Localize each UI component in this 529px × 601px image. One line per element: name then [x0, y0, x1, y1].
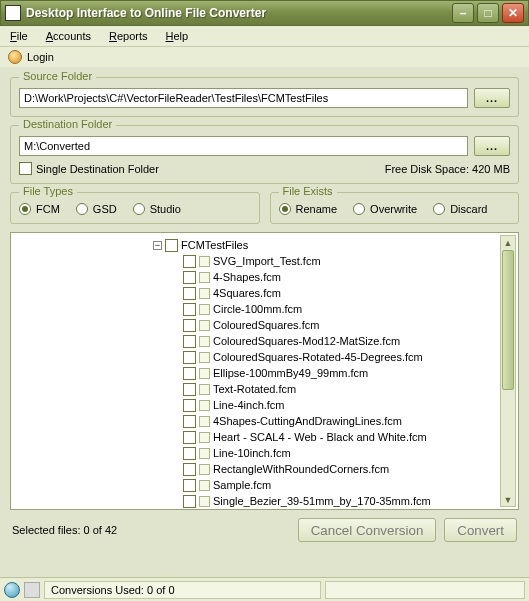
tree-checkbox[interactable] [165, 239, 178, 252]
tree-item[interactable]: Ellipse-100mmBy49_99mm.fcm [11, 365, 518, 381]
source-folder-input[interactable] [19, 88, 468, 108]
login-link[interactable]: Login [27, 51, 54, 63]
tree-root[interactable]: −FCMTestFiles [11, 237, 518, 253]
tree-item-label: 4Shapes-CuttingAndDrawingLines.fcm [213, 415, 402, 427]
destination-folder-title: Destination Folder [19, 118, 116, 130]
tree-checkbox[interactable] [183, 271, 196, 284]
file-icon [199, 432, 210, 443]
filetype-gsd[interactable]: GSD [76, 203, 117, 215]
tree-item-label: ColouredSquares-Rotated-45-Degrees.fcm [213, 351, 423, 363]
tree-checkbox[interactable] [183, 447, 196, 460]
filetype-studio[interactable]: Studio [133, 203, 181, 215]
tree-item[interactable]: 4-Shapes.fcm [11, 269, 518, 285]
tree-item[interactable]: Line-4inch.fcm [11, 397, 518, 413]
tree-item[interactable]: Text-Rotated.fcm [11, 381, 518, 397]
source-folder-title: Source Folder [19, 70, 96, 82]
tree-item[interactable]: Heart - SCAL4 - Web - Black and White.fc… [11, 429, 518, 445]
file-tree: −FCMTestFilesSVG_Import_Test.fcm4-Shapes… [10, 232, 519, 510]
minimize-button[interactable]: – [452, 3, 474, 23]
radio-icon [133, 203, 145, 215]
tree-item-label: RectangleWithRoundedCorners.fcm [213, 463, 389, 475]
conversions-used-label: Conversions Used: 0 of 0 [44, 581, 321, 599]
tree-item[interactable]: Circle-100mm.fcm [11, 301, 518, 317]
radio-icon [19, 203, 31, 215]
tree-item-label: Single_Bezier_39-51mm_by_170-35mm.fcm [213, 495, 431, 507]
fileexists-rename[interactable]: Rename [279, 203, 338, 215]
tree-checkbox[interactable] [183, 255, 196, 268]
tree-checkbox[interactable] [183, 287, 196, 300]
scroll-thumb[interactable] [502, 250, 514, 390]
fileexists-overwrite[interactable]: Overwrite [353, 203, 417, 215]
tree-item[interactable]: RectangleWithRoundedCorners.fcm [11, 461, 518, 477]
free-disk-space-label: Free Disk Space: 420 MB [385, 163, 510, 175]
convert-button[interactable]: Convert [444, 518, 517, 542]
file-exists-group: File Exists Rename Overwrite Discard [270, 192, 520, 224]
tree-item-label: Text-Rotated.fcm [213, 383, 296, 395]
tree-item[interactable]: 4Shapes-CuttingAndDrawingLines.fcm [11, 413, 518, 429]
maximize-button[interactable]: □ [477, 3, 499, 23]
app-icon [5, 5, 21, 21]
tree-item[interactable]: ColouredSquares-Rotated-45-Degrees.fcm [11, 349, 518, 365]
login-row: Login [0, 47, 529, 67]
tree-checkbox[interactable] [183, 319, 196, 332]
tree-item[interactable]: Single_Bezier_39-51mm_by_170-35mm.fcm [11, 493, 518, 509]
radio-icon [433, 203, 445, 215]
filetype-fcm[interactable]: FCM [19, 203, 60, 215]
file-icon [199, 496, 210, 507]
tree-item-label: Line-4inch.fcm [213, 399, 285, 411]
window-title: Desktop Interface to Online File Convert… [26, 6, 452, 20]
close-button[interactable]: ✕ [502, 3, 524, 23]
destination-browse-button[interactable]: ... [474, 136, 510, 156]
tree-item[interactable]: 4Squares.fcm [11, 285, 518, 301]
tree-item-label: 4-Shapes.fcm [213, 271, 281, 283]
tree-item-label: 4Squares.fcm [213, 287, 281, 299]
tree-item[interactable]: ColouredSquares-Mod12-MatSize.fcm [11, 333, 518, 349]
file-icon [199, 320, 210, 331]
file-icon [199, 464, 210, 475]
scroll-down-icon[interactable]: ▼ [501, 493, 515, 506]
menu-reports[interactable]: Reports [109, 30, 148, 42]
file-icon [199, 448, 210, 459]
menu-accounts[interactable]: Accounts [46, 30, 91, 42]
tree-scrollbar[interactable]: ▲ ▼ [500, 235, 516, 507]
file-exists-title: File Exists [279, 185, 337, 197]
tree-checkbox[interactable] [183, 303, 196, 316]
tree-checkbox[interactable] [183, 335, 196, 348]
tree-checkbox[interactable] [183, 399, 196, 412]
tree-checkbox[interactable] [183, 495, 196, 508]
tree-checkbox[interactable] [183, 415, 196, 428]
radio-icon [76, 203, 88, 215]
tree-item-label: Sample.fcm [213, 479, 271, 491]
tree-checkbox[interactable] [183, 463, 196, 476]
file-icon [199, 480, 210, 491]
title-bar: Desktop Interface to Online File Convert… [0, 0, 529, 26]
tree-checkbox[interactable] [183, 367, 196, 380]
tree-checkbox[interactable] [183, 479, 196, 492]
tree-checkbox[interactable] [183, 351, 196, 364]
fileexists-discard[interactable]: Discard [433, 203, 487, 215]
menu-file[interactable]: File [10, 30, 28, 42]
file-types-title: File Types [19, 185, 77, 197]
destination-folder-input[interactable] [19, 136, 468, 156]
tree-item[interactable]: SVG_Import_Test.fcm [11, 253, 518, 269]
tree-item-label: ColouredSquares.fcm [213, 319, 319, 331]
file-icon [199, 288, 210, 299]
tree-item-label: Circle-100mm.fcm [213, 303, 302, 315]
scroll-up-icon[interactable]: ▲ [501, 236, 515, 249]
source-browse-button[interactable]: ... [474, 88, 510, 108]
cancel-conversion-button[interactable]: Cancel Conversion [298, 518, 437, 542]
tree-item[interactable]: ColouredSquares.fcm [11, 317, 518, 333]
menu-help[interactable]: Help [166, 30, 189, 42]
file-icon [199, 368, 210, 379]
tree-checkbox[interactable] [183, 431, 196, 444]
tree-item[interactable]: Line-10inch.fcm [11, 445, 518, 461]
tree-item-label: Heart - SCAL4 - Web - Black and White.fc… [213, 431, 427, 443]
single-destination-label: Single Destination Folder [36, 163, 159, 175]
tree-checkbox[interactable] [183, 383, 196, 396]
user-icon [8, 50, 22, 64]
tree-item-label: ColouredSquares-Mod12-MatSize.fcm [213, 335, 400, 347]
single-destination-checkbox[interactable] [19, 162, 32, 175]
tree-item[interactable]: Sample.fcm [11, 477, 518, 493]
file-icon [199, 384, 210, 395]
collapse-icon[interactable]: − [153, 241, 162, 250]
